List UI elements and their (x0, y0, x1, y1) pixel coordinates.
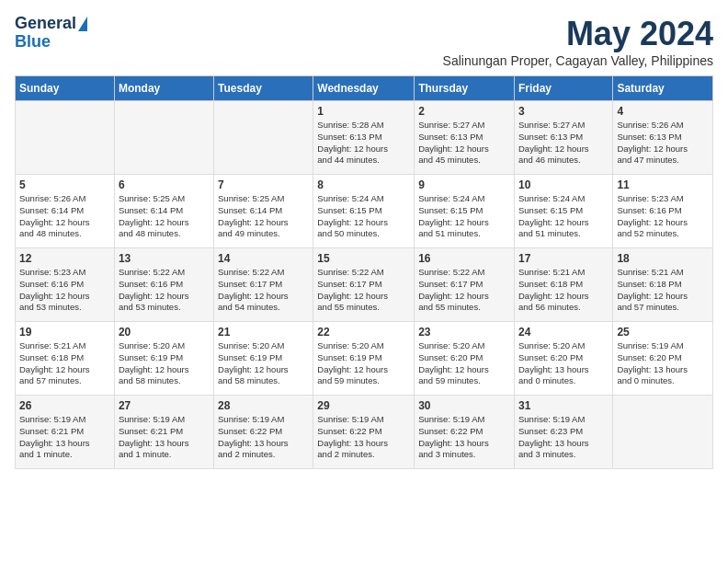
day-info: Sunset: 6:16 PM (19, 279, 110, 291)
day-cell: 28Sunrise: 5:19 AMSunset: 6:22 PMDayligh… (214, 396, 313, 469)
day-cell: 5Sunrise: 5:26 AMSunset: 6:14 PMDaylight… (16, 175, 115, 248)
day-info: Daylight: 12 hours (119, 291, 210, 303)
day-info: Sunset: 6:22 PM (218, 426, 309, 438)
day-info: Daylight: 12 hours (218, 291, 309, 303)
subtitle: Salinungan Proper, Cagayan Valley, Phili… (443, 53, 713, 68)
day-info: Daylight: 12 hours (218, 217, 309, 229)
day-cell: 14Sunrise: 5:22 AMSunset: 6:17 PMDayligh… (214, 248, 313, 322)
day-info: Sunset: 6:23 PM (518, 426, 609, 438)
calendar-table: SundayMondayTuesdayWednesdayThursdayFrid… (15, 75, 713, 469)
day-cell (16, 101, 115, 175)
day-cell: 22Sunrise: 5:20 AMSunset: 6:19 PMDayligh… (313, 322, 415, 396)
day-number: 12 (19, 252, 110, 265)
day-info: Sunrise: 5:26 AM (19, 193, 110, 205)
day-cell: 17Sunrise: 5:21 AMSunset: 6:18 PMDayligh… (514, 248, 612, 322)
day-info: Sunset: 6:19 PM (317, 352, 410, 364)
day-info: and 0 minutes. (518, 375, 609, 387)
day-info: Sunrise: 5:24 AM (418, 193, 510, 205)
day-info: Sunset: 6:22 PM (317, 426, 410, 438)
day-info: Daylight: 13 hours (19, 438, 110, 450)
day-info: Sunrise: 5:22 AM (418, 267, 510, 279)
day-number: 6 (119, 178, 210, 191)
day-info: Daylight: 12 hours (19, 217, 110, 229)
day-cell: 31Sunrise: 5:19 AMSunset: 6:23 PMDayligh… (514, 396, 612, 469)
day-number: 13 (119, 252, 210, 265)
day-cell: 2Sunrise: 5:27 AMSunset: 6:13 PMDaylight… (415, 101, 515, 175)
day-cell: 7Sunrise: 5:25 AMSunset: 6:14 PMDaylight… (214, 175, 313, 248)
day-info: Sunrise: 5:20 AM (518, 340, 609, 352)
day-cell: 1Sunrise: 5:28 AMSunset: 6:13 PMDaylight… (313, 101, 415, 175)
day-info: Sunset: 6:15 PM (317, 205, 410, 217)
day-info: Sunset: 6:20 PM (518, 352, 609, 364)
day-number: 20 (119, 326, 210, 339)
day-info: and 55 minutes. (418, 302, 510, 314)
day-info: and 50 minutes. (317, 228, 410, 240)
day-info: Sunset: 6:14 PM (119, 205, 210, 217)
day-info: and 1 minute. (19, 449, 110, 461)
day-info: Daylight: 12 hours (19, 291, 110, 303)
day-info: and 49 minutes. (218, 228, 309, 240)
day-info: Sunset: 6:13 PM (418, 132, 510, 144)
header: General Blue May 2024 Salinungan Proper,… (15, 15, 713, 68)
day-info: Sunrise: 5:24 AM (518, 193, 609, 205)
day-number: 31 (518, 399, 609, 412)
day-info: Daylight: 12 hours (317, 291, 410, 303)
day-info: Sunset: 6:19 PM (119, 352, 210, 364)
day-cell: 15Sunrise: 5:22 AMSunset: 6:17 PMDayligh… (313, 248, 415, 322)
day-cell (114, 101, 213, 175)
day-cell: 4Sunrise: 5:26 AMSunset: 6:13 PMDaylight… (613, 101, 713, 175)
day-info: Sunrise: 5:19 AM (19, 414, 110, 426)
day-cell: 12Sunrise: 5:23 AMSunset: 6:16 PMDayligh… (16, 248, 115, 322)
day-cell: 29Sunrise: 5:19 AMSunset: 6:22 PMDayligh… (313, 396, 415, 469)
day-cell: 18Sunrise: 5:21 AMSunset: 6:18 PMDayligh… (613, 248, 713, 322)
day-cell: 23Sunrise: 5:20 AMSunset: 6:20 PMDayligh… (415, 322, 515, 396)
logo-general: General (15, 15, 76, 33)
day-cell (613, 396, 713, 469)
day-info: Daylight: 12 hours (119, 217, 210, 229)
day-number: 28 (218, 399, 309, 412)
day-info: Sunset: 6:17 PM (317, 279, 410, 291)
week-row-4: 19Sunrise: 5:21 AMSunset: 6:18 PMDayligh… (16, 322, 713, 396)
day-info: Daylight: 12 hours (119, 364, 210, 376)
day-info: Sunrise: 5:23 AM (19, 267, 110, 279)
month-title: May 2024 (443, 15, 713, 53)
day-number: 9 (418, 178, 510, 191)
day-info: Sunrise: 5:25 AM (218, 193, 309, 205)
day-info: Sunrise: 5:19 AM (617, 340, 709, 352)
day-info: Daylight: 12 hours (317, 144, 410, 155)
day-info: Daylight: 13 hours (518, 438, 609, 450)
day-cell: 11Sunrise: 5:23 AMSunset: 6:16 PMDayligh… (613, 175, 713, 248)
day-number: 29 (317, 399, 410, 412)
day-info: Daylight: 12 hours (518, 291, 609, 303)
day-info: Sunrise: 5:19 AM (119, 414, 210, 426)
day-info: Sunset: 6:21 PM (19, 426, 110, 438)
day-info: and 57 minutes. (19, 375, 110, 387)
weekday-header-sunday: Sunday (16, 76, 115, 101)
day-info: Daylight: 12 hours (617, 291, 709, 303)
day-info: Sunset: 6:20 PM (418, 352, 510, 364)
day-info: Sunrise: 5:28 AM (317, 120, 410, 132)
day-info: Daylight: 12 hours (617, 144, 709, 155)
day-info: and 0 minutes. (617, 375, 709, 387)
week-row-1: 1Sunrise: 5:28 AMSunset: 6:13 PMDaylight… (16, 101, 713, 175)
day-info: Daylight: 13 hours (418, 438, 510, 450)
day-info: Sunset: 6:18 PM (19, 352, 110, 364)
day-number: 22 (317, 326, 410, 339)
day-number: 17 (518, 252, 609, 265)
day-number: 26 (19, 399, 110, 412)
logo-blue: Blue (15, 33, 51, 52)
day-number: 23 (418, 326, 510, 339)
day-info: and 56 minutes. (518, 302, 609, 314)
day-cell: 19Sunrise: 5:21 AMSunset: 6:18 PMDayligh… (16, 322, 115, 396)
day-cell: 21Sunrise: 5:20 AMSunset: 6:19 PMDayligh… (214, 322, 313, 396)
day-info: Sunset: 6:18 PM (617, 279, 709, 291)
day-cell: 25Sunrise: 5:19 AMSunset: 6:20 PMDayligh… (613, 322, 713, 396)
day-info: and 48 minutes. (19, 228, 110, 240)
logo-triangle-icon (78, 17, 87, 31)
day-number: 15 (317, 252, 410, 265)
weekday-header-saturday: Saturday (613, 76, 713, 101)
day-info: and 54 minutes. (218, 302, 309, 314)
day-info: Sunset: 6:15 PM (418, 205, 510, 217)
day-info: and 48 minutes. (119, 228, 210, 240)
day-number: 14 (218, 252, 309, 265)
